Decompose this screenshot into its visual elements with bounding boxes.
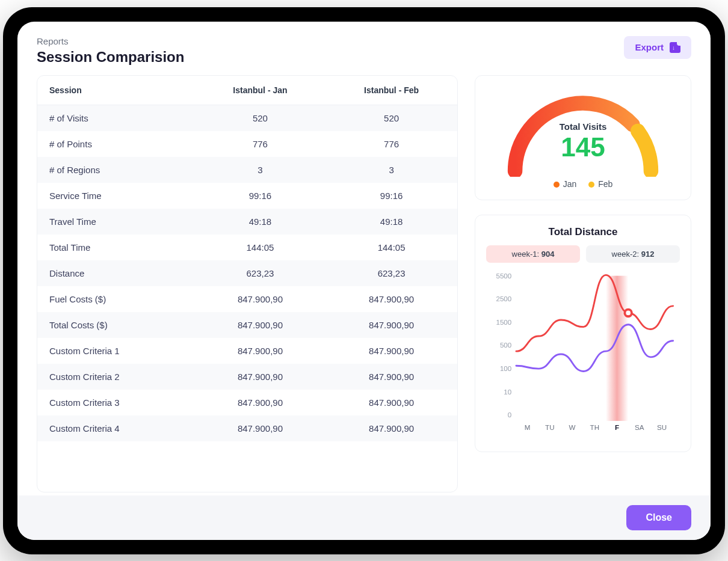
table-cell: # of Points	[37, 131, 195, 157]
chip-week-2-label: week-2:	[612, 250, 640, 259]
table-header-row: Session Istanbul - Jan Istanbul - Feb	[37, 76, 457, 105]
svg-text:SA: SA	[635, 424, 644, 431]
table-row: Service Time99:1699:16	[37, 183, 457, 209]
page-title: Session Comparision	[37, 49, 184, 66]
svg-text:F: F	[615, 424, 619, 431]
svg-rect-7	[606, 275, 628, 420]
table-row: # of Points776776	[37, 131, 457, 157]
chip-week-1[interactable]: week-1: 904	[486, 245, 580, 263]
table-row: Total Costs ($)847.900,90847.900,90	[37, 312, 457, 338]
table-cell: 847.900,90	[195, 286, 326, 312]
table-cell: 49:18	[325, 209, 457, 235]
legend-feb-label: Feb	[598, 179, 612, 189]
table-cell: 144:05	[325, 235, 457, 260]
main-grid: Session Istanbul - Jan Istanbul - Feb # …	[37, 75, 691, 492]
table-row: Distance623,23623,23	[37, 260, 457, 286]
table-cell: 847.900,90	[325, 415, 457, 441]
chip-week-1-value: 904	[541, 250, 555, 259]
legend-dot-feb	[588, 182, 594, 188]
table-cell: 847.900,90	[325, 390, 457, 415]
table-cell: 847.900,90	[195, 338, 326, 364]
table-row: Custom Criteria 2847.900,90847.900,90	[37, 364, 457, 390]
gauge-title: Total Visits	[486, 121, 680, 132]
header-titles: Reports Session Comparision	[37, 36, 184, 66]
table-row: Custom Criteria 3847.900,90847.900,90	[37, 390, 457, 415]
table-cell: Custom Criteria 1	[37, 338, 195, 364]
legend-jan: Jan	[554, 179, 577, 189]
download-file-icon	[670, 42, 680, 53]
comparison-table-card: Session Istanbul - Jan Istanbul - Feb # …	[37, 75, 458, 492]
breadcrumb: Reports	[37, 36, 184, 46]
table-row: Custom Criteria 1847.900,90847.900,90	[37, 338, 457, 364]
svg-text:100: 100	[500, 365, 511, 372]
tablet-frame: Reports Session Comparision Export Sessi…	[3, 7, 725, 554]
legend-jan-label: Jan	[563, 179, 577, 189]
comparison-table: Session Istanbul - Jan Istanbul - Feb # …	[37, 76, 457, 441]
gauge-value: 145	[486, 132, 680, 162]
table-cell: Total Time	[37, 235, 195, 260]
screen: Reports Session Comparision Export Sessi…	[17, 22, 711, 540]
svg-text:TU: TU	[545, 424, 554, 431]
svg-text:500: 500	[500, 342, 511, 349]
table-cell: Custom Criteria 4	[37, 415, 195, 441]
week-chips: week-1: 904 week-2: 912	[486, 245, 680, 263]
table-cell: 623,23	[195, 260, 326, 286]
table-cell: Service Time	[37, 183, 195, 209]
table-cell: Travel Time	[37, 209, 195, 235]
svg-point-8	[625, 309, 632, 316]
table-cell: # of Regions	[37, 157, 195, 183]
chip-week-2[interactable]: week-2: 912	[586, 245, 680, 263]
table-cell: 99:16	[325, 183, 457, 209]
table-row: Custom Criteria 4847.900,90847.900,90	[37, 415, 457, 441]
table-cell: 49:18	[195, 209, 326, 235]
table-cell: Total Costs ($)	[37, 312, 195, 338]
table-row: Fuel Costs ($)847.900,90847.900,90	[37, 286, 457, 312]
table-row: Total Time144:05144:05	[37, 235, 457, 260]
distance-title: Total Distance	[486, 226, 680, 238]
table-row: # of Regions33	[37, 157, 457, 183]
right-column: Total Visits 145 Jan Feb Total Distance	[475, 75, 691, 492]
col-jan: Istanbul - Jan	[195, 76, 326, 105]
table-cell: Custom Criteria 2	[37, 364, 195, 390]
table-cell: 776	[195, 131, 326, 157]
table-cell: 847.900,90	[325, 286, 457, 312]
table-cell: 776	[325, 131, 457, 157]
svg-text:W: W	[569, 424, 576, 431]
svg-text:10: 10	[504, 388, 511, 395]
table-cell: 847.900,90	[195, 312, 326, 338]
export-label: Export	[635, 42, 664, 52]
legend-dot-jan	[554, 182, 560, 188]
table-cell: 520	[195, 105, 326, 131]
col-feb: Istanbul - Feb	[325, 76, 457, 105]
svg-text:TH: TH	[590, 424, 599, 431]
total-visits-gauge-card: Total Visits 145 Jan Feb	[475, 75, 691, 200]
export-button[interactable]: Export	[624, 36, 691, 59]
table-cell: 144:05	[195, 235, 326, 260]
table-cell: 847.900,90	[325, 338, 457, 364]
close-button[interactable]: Close	[626, 505, 691, 530]
svg-text:2500: 2500	[496, 295, 511, 302]
table-cell: # of Visits	[37, 105, 195, 131]
table-cell: 847.900,90	[325, 364, 457, 390]
table-cell: Fuel Costs ($)	[37, 286, 195, 312]
chip-week-1-label: week-1:	[512, 250, 540, 259]
table-cell: 623,23	[325, 260, 457, 286]
table-cell: 3	[195, 157, 326, 183]
svg-text:1500: 1500	[496, 318, 511, 325]
total-distance-card: Total Distance week-1: 904 week-2: 912	[475, 215, 691, 452]
content-area: Reports Session Comparision Export Sessi…	[17, 22, 711, 495]
svg-text:0: 0	[508, 411, 511, 418]
table-row: Travel Time49:1849:18	[37, 209, 457, 235]
distance-line-chart: 010100500150025005500 MTUWTHFSASU	[486, 270, 680, 438]
table-cell: 847.900,90	[325, 312, 457, 338]
svg-text:5500: 5500	[496, 272, 511, 279]
table-cell: 847.900,90	[195, 364, 326, 390]
col-session: Session	[37, 76, 195, 105]
chip-week-2-value: 912	[641, 250, 655, 259]
svg-text:M: M	[525, 424, 531, 431]
legend-feb: Feb	[588, 179, 612, 189]
svg-text:SU: SU	[657, 424, 667, 431]
table-cell: 520	[325, 105, 457, 131]
table-cell: 847.900,90	[195, 415, 326, 441]
table-cell: Distance	[37, 260, 195, 286]
